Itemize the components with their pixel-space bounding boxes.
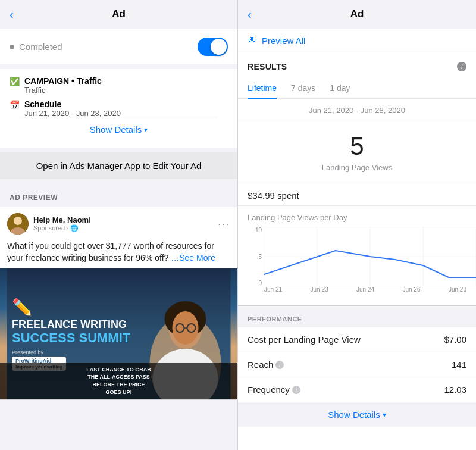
left-content: Completed ✅ CAMPAIGN • Traffic Traffic 📅…: [0, 29, 237, 450]
performance-section: PERFORMANCE Cost per Landing Page View $…: [238, 305, 476, 427]
ad-preview-label: AD PREVIEW: [0, 184, 237, 207]
show-details-button[interactable]: Show Details ▾: [10, 118, 228, 140]
chart-y-labels: 10 5 0: [248, 227, 264, 286]
avatar-image: [7, 213, 29, 235]
right-show-details-label: Show Details: [328, 410, 380, 420]
schedule-row: 📅 Schedule Jun 21, 2020 - Jun 28, 2020: [10, 99, 228, 118]
perf-label-reach: Reach i: [248, 360, 284, 370]
campaign-icon: ✅: [10, 77, 20, 86]
edit-ad-button[interactable]: Open in Ads Manager App to Edit Your Ad: [0, 152, 237, 179]
right-chevron-down-icon: ▾: [383, 411, 386, 419]
preview-all-label: Preview All: [262, 36, 305, 46]
results-info-icon[interactable]: i: [457, 62, 466, 71]
perf-row-frequency: Frequency i 12.03: [238, 377, 476, 402]
perf-value-reach: 141: [452, 360, 466, 370]
ad-body-text: What if you could get over $1,777 worth …: [0, 240, 237, 268]
chart-container: 10 5 0 Jun 21 Jun 23 Jun 24 Jun 26 Jun 2…: [248, 227, 466, 298]
results-section: RESULTS i Lifetime 7 days 1 day Jun 21, …: [238, 52, 476, 305]
perf-value-frequency: 12.03: [444, 385, 466, 395]
left-header: ‹ Ad: [0, 0, 237, 29]
reach-info-icon[interactable]: i: [275, 361, 284, 369]
results-date-range: Jun 21, 2020 - Jun 28, 2020: [238, 99, 476, 120]
chart-title: Landing Page Views per Day: [248, 213, 466, 222]
performance-title: PERFORMANCE: [248, 311, 466, 327]
completed-text: Completed: [19, 42, 62, 52]
metric-number: 5: [248, 132, 466, 161]
perf-row-reach: Reach i 141: [238, 352, 476, 377]
right-header: ‹ Ad: [238, 0, 476, 29]
chart-x-label-jun21: Jun 21: [264, 286, 282, 298]
summit-title-1: Freelance Writing: [12, 318, 127, 332]
chart-x-labels: Jun 21 Jun 23 Jun 24 Jun 26 Jun 28: [264, 286, 466, 298]
right-panel: ‹ Ad 👁 Preview All RESULTS i Lifetime 7 …: [238, 0, 476, 450]
right-show-details-button[interactable]: Show Details ▾: [248, 402, 466, 427]
summit-title-2: SUCCESS SUMMIT: [12, 331, 130, 345]
frequency-info-icon[interactable]: i: [292, 386, 300, 394]
right-back-button[interactable]: ‹: [248, 8, 252, 21]
chart-y-label-0: 0: [248, 280, 264, 286]
chevron-down-icon: ▾: [144, 126, 148, 134]
avatar: [7, 213, 29, 235]
schedule-date: Jun 21, 2020 - Jun 28, 2020: [24, 109, 121, 118]
right-title: Ad: [350, 8, 364, 20]
ad-card-header: Help Me, Naomi Sponsored · 🌐 ···: [0, 207, 237, 240]
tabs-row: Lifetime 7 days 1 day: [238, 79, 476, 99]
results-header: RESULTS i: [248, 62, 466, 71]
see-more-button[interactable]: …See More: [171, 253, 215, 262]
campaign-name: CAMPAIGN • Traffic: [24, 76, 102, 86]
eye-icon: 👁: [248, 35, 257, 46]
completed-row: Completed: [0, 29, 237, 64]
preview-all-row[interactable]: 👁 Preview All: [238, 29, 476, 52]
completed-section: Completed: [0, 29, 237, 64]
toggle-switch[interactable]: [198, 38, 228, 56]
show-details-label: Show Details: [90, 124, 142, 135]
campaign-row: ✅ CAMPAIGN • Traffic Traffic: [10, 76, 228, 95]
metric-big: 5: [248, 120, 466, 163]
left-title: Ad: [112, 8, 126, 20]
toggle-knob: [211, 39, 227, 55]
more-options-button[interactable]: ···: [218, 218, 230, 230]
right-content: 👁 Preview All RESULTS i Lifetime 7 days …: [238, 29, 476, 450]
chart-x-label-jun26: Jun 26: [402, 286, 420, 298]
campaign-info: CAMPAIGN • Traffic Traffic: [24, 76, 102, 95]
tab-7days[interactable]: 7 days: [291, 79, 315, 99]
schedule-icon: 📅: [10, 100, 20, 110]
campaign-section: ✅ CAMPAIGN • Traffic Traffic 📅 Schedule …: [0, 69, 237, 148]
ad-bottom-banner: LAST CHANCE TO GRABTHE ALL-ACCESS PASSBE…: [0, 362, 237, 399]
metric-label: Landing Page Views: [238, 163, 476, 182]
perf-row-cost: Cost per Landing Page View $7.00: [238, 327, 476, 352]
ad-card: Help Me, Naomi Sponsored · 🌐 ··· What if…: [0, 207, 237, 400]
tab-1day[interactable]: 1 day: [330, 79, 350, 99]
chart-section: Landing Page Views per Day: [248, 206, 466, 305]
chart-x-label-jun28: Jun 28: [449, 286, 466, 298]
chart-y-label-10: 10: [248, 227, 264, 233]
chart-y-label-5: 5: [248, 254, 264, 260]
campaign-sub: Traffic: [24, 86, 102, 95]
chart-x-label-jun24: Jun 24: [356, 286, 374, 298]
tab-lifetime[interactable]: Lifetime: [248, 79, 277, 99]
perf-label-cost: Cost per Landing Page View: [248, 335, 361, 345]
ad-preview-section: AD PREVIEW: [0, 184, 237, 400]
svg-point-1: [14, 217, 22, 225]
spent-row: $34.99 spent: [238, 182, 476, 206]
perf-label-frequency: Frequency i: [248, 385, 300, 395]
schedule-label: Schedule: [24, 99, 121, 109]
chart-x-label-jun23: Jun 23: [310, 286, 328, 298]
presented-by-label: Presented by: [12, 349, 43, 355]
status-dot: [10, 45, 14, 49]
ad-user-name: Help Me, Naomi: [33, 215, 91, 224]
results-title: RESULTS: [248, 62, 287, 71]
left-panel: ‹ Ad Completed ✅ CAMPAIGN • Traffic Tr: [0, 0, 238, 450]
ad-sponsored: Sponsored · 🌐: [33, 224, 91, 232]
left-back-button[interactable]: ‹: [10, 8, 14, 21]
ad-image: ✏️ Freelance Writing SUCCESS SUMMIT Pres…: [0, 268, 237, 399]
perf-value-cost: $7.00: [444, 335, 466, 345]
completed-label: Completed: [10, 42, 62, 52]
pen-icon: ✏️: [12, 298, 33, 317]
ad-card-user: Help Me, Naomi Sponsored · 🌐: [7, 213, 91, 235]
ad-user-info: Help Me, Naomi Sponsored · 🌐: [33, 215, 91, 232]
schedule-info: Schedule Jun 21, 2020 - Jun 28, 2020: [24, 99, 121, 118]
